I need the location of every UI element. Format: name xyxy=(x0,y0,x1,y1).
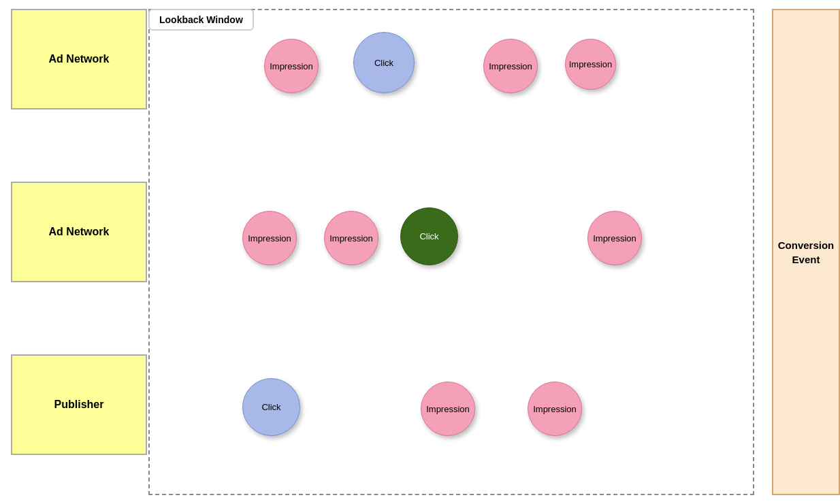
circle-c5: Impression xyxy=(242,211,297,265)
circle-c4: Impression xyxy=(565,39,616,90)
lookback-window-label: Lookback Window xyxy=(148,9,254,31)
circle-c9: Click xyxy=(242,378,300,436)
conversion-event-box: ConversionEvent xyxy=(772,9,840,495)
circle-c10: Impression xyxy=(421,382,475,436)
circle-c3: Impression xyxy=(483,39,538,93)
entity-ad-network-2: Ad Network xyxy=(11,182,147,282)
entity-ad-network-1: Ad Network xyxy=(11,9,147,110)
circle-c6: Impression xyxy=(324,211,378,265)
circle-c2: Click xyxy=(353,32,415,93)
conversion-event-label: ConversionEvent xyxy=(778,238,835,267)
circle-c1: Impression xyxy=(264,39,319,93)
circle-c8: Impression xyxy=(587,211,642,265)
circle-c11: Impression xyxy=(528,382,582,436)
canvas: Ad Network Ad Network Publisher Lookback… xyxy=(0,0,840,504)
circle-c7: Click xyxy=(400,207,458,265)
entity-publisher: Publisher xyxy=(11,354,147,455)
